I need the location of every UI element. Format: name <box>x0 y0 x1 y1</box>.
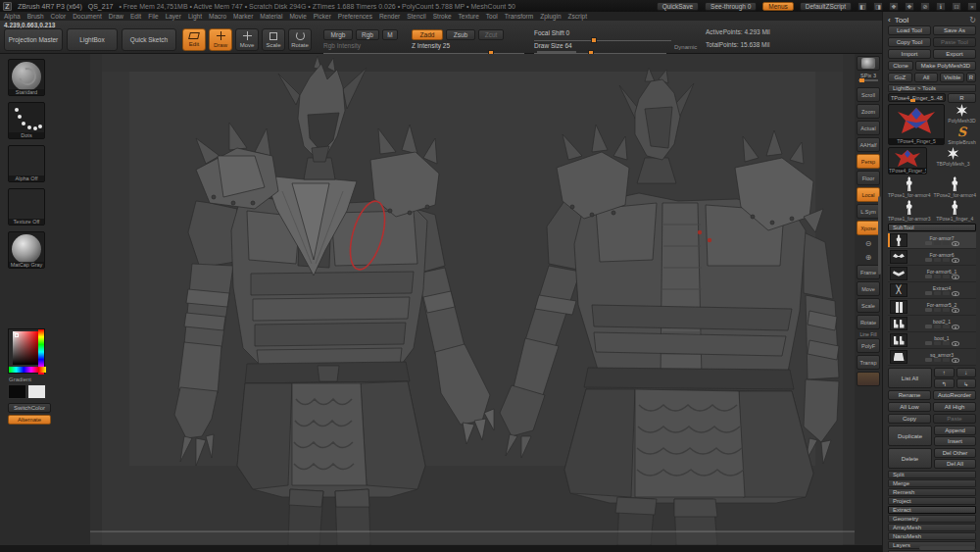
recent-tool-2[interactable]: TPose2_for-armor4 <box>934 176 977 198</box>
dynamic-toggle[interactable]: Dynamic <box>674 44 697 50</box>
section-merge[interactable]: Merge <box>888 479 976 487</box>
menu-draw[interactable]: Draw <box>109 13 123 20</box>
floor-grid-toggle[interactable]: Floor <box>857 171 880 185</box>
make-polymesh3d-button[interactable]: Make PolyMesh3D <box>915 61 976 71</box>
projection-master-button[interactable]: Projection Master <box>4 28 63 51</box>
subtool-down-button[interactable]: ↓ <box>956 368 977 377</box>
paste-subtool-button[interactable]: Paste <box>933 414 976 424</box>
xpose-toggle[interactable]: Xpose <box>857 221 880 235</box>
quicksave-button[interactable]: QuickSave <box>657 2 699 11</box>
zcut-button[interactable]: Zcut <box>478 29 504 40</box>
zoom-out-icon[interactable]: ⊖ <box>857 237 880 249</box>
spix-slider[interactable]: SPix 3 <box>857 73 880 85</box>
draw-mode-button[interactable]: Draw <box>209 28 232 51</box>
menu-brush[interactable]: Brush <box>27 13 44 20</box>
visibility-eye-icon[interactable] <box>952 258 959 263</box>
secondary-color-swatch[interactable] <box>27 384 46 399</box>
menu-macro[interactable]: Macro <box>209 13 226 20</box>
scale-mode-button[interactable]: Scale <box>262 28 285 51</box>
quick-pick-simplebrush[interactable]: S SimpleBrush <box>948 125 976 145</box>
export-button[interactable]: Export <box>933 49 976 59</box>
goz-r-button[interactable]: R <box>966 73 976 82</box>
duplicate-button[interactable]: Duplicate <box>888 426 932 446</box>
subtool-row-for-armor7[interactable]: For-armor7 <box>888 232 976 249</box>
visibility-eye-icon[interactable] <box>952 308 959 313</box>
edit-mode-button[interactable]: Edit <box>182 28 206 51</box>
rgb-button[interactable]: Rgb <box>356 29 379 40</box>
switch-color-button[interactable]: SwitchColor <box>8 403 51 413</box>
draw-size-secondary-slider[interactable] <box>537 51 576 53</box>
mrgb-button[interactable]: Mrgb <box>323 29 353 40</box>
m-button[interactable]: M <box>382 29 398 40</box>
quick-pick-polymesh3d[interactable]: PolyMesh3D <box>948 104 976 124</box>
scale-canvas-button[interactable]: Scale <box>857 298 880 313</box>
visibility-eye-icon[interactable] <box>952 358 959 363</box>
copy-subtool-button[interactable]: Copy <box>888 414 931 424</box>
rename-button[interactable]: Rename <box>888 390 931 400</box>
del-all-button[interactable]: Del All <box>934 459 976 469</box>
menu-picker[interactable]: Picker <box>314 13 331 20</box>
polyframe-button[interactable]: PolyF <box>857 338 880 353</box>
alpha-selector[interactable]: Alpha Off <box>8 145 45 182</box>
menu-stencil[interactable]: Stencil <box>407 13 426 20</box>
section-nanomesh[interactable]: NanoMesh <box>888 532 976 540</box>
menu-file[interactable]: File <box>148 13 158 20</box>
transparency-toggle[interactable]: Transp <box>857 355 880 370</box>
subtool-row-boot-1[interactable]: boot_1 <box>888 332 976 349</box>
document-viewport[interactable] <box>90 54 855 545</box>
horizontal-scrollbar[interactable] <box>919 546 975 550</box>
move-mode-button[interactable]: Move <box>235 28 259 51</box>
goz-all-button[interactable]: All <box>914 73 939 82</box>
menu-stroke[interactable]: Stroke <box>433 13 452 20</box>
goz-visible-button[interactable]: Visible <box>940 73 964 82</box>
load-tool-button[interactable]: Load Tool <box>888 25 931 35</box>
menu-material[interactable]: Material <box>260 13 282 20</box>
info-icon[interactable]: ℹ <box>936 2 946 11</box>
subtool-row-extract4[interactable]: ╳ Extract4 <box>888 282 976 299</box>
append-button[interactable]: Append <box>934 426 976 435</box>
menu-transform[interactable]: Transform <box>505 13 533 20</box>
rotate-mode-button[interactable]: Rotate <box>288 28 312 51</box>
close-window-icon[interactable]: × <box>967 2 977 11</box>
brush-selector[interactable]: Standard <box>8 59 45 96</box>
menu-light[interactable]: Light <box>188 13 202 20</box>
move-canvas-button[interactable]: Move <box>857 281 880 296</box>
recent-tool-4[interactable]: TPose1_finger_4 <box>934 200 977 222</box>
palette-config-icon-2[interactable]: ❖ <box>905 2 914 11</box>
tray-scrollbar[interactable] <box>878 196 881 275</box>
menu-marker[interactable]: Marker <box>233 13 253 20</box>
menu-preferences[interactable]: Preferences <box>338 13 372 20</box>
subtool-row-for-armor5-2[interactable]: For-armor5_2 <box>888 299 976 316</box>
menu-layer[interactable]: Layer <box>166 13 181 20</box>
see-through-slider[interactable]: See-through 0 <box>705 2 757 11</box>
menu-zscript[interactable]: Zscript <box>568 13 588 20</box>
lightbox-button[interactable]: LightBox <box>67 28 118 51</box>
paste-tool-button[interactable]: Paste Tool <box>933 37 976 47</box>
section-arraymesh[interactable]: ArrayMesh <box>888 524 976 531</box>
section-project[interactable]: Project <box>888 497 976 505</box>
left-tray-toggle-icon[interactable]: ◧ <box>858 2 867 11</box>
import-button[interactable]: Import <box>888 49 931 59</box>
secondary-tool-thumbnail[interactable]: TPose4_Finger_5 <box>888 147 927 175</box>
zoom3d-button[interactable]: Zoom <box>857 104 880 119</box>
section-split[interactable]: Split <box>888 471 976 478</box>
material-selector[interactable]: MatCap Gray <box>8 231 45 269</box>
subtool-move-down-button[interactable]: ↳ <box>956 378 977 388</box>
menu-movie[interactable]: Movie <box>289 13 306 20</box>
rotate-canvas-button[interactable]: Rotate <box>857 315 880 329</box>
goz-button[interactable]: GoZ <box>888 73 912 82</box>
quick-sketch-button[interactable]: Quick Sketch <box>122 28 176 51</box>
del-other-button[interactable]: Del Other <box>934 448 976 458</box>
visibility-eye-icon[interactable] <box>952 291 959 296</box>
perspective-toggle[interactable]: Persp <box>857 154 880 169</box>
copy-tool-button[interactable]: Copy Tool <box>888 37 931 47</box>
menus-toggle-button[interactable]: Menus <box>762 2 794 11</box>
section-extract[interactable]: Extract <box>888 506 976 514</box>
bpr-render-button[interactable] <box>857 56 880 71</box>
insert-button[interactable]: Insert <box>934 436 976 446</box>
save-as-button[interactable]: Save As <box>933 25 976 35</box>
actual-size-button[interactable]: Actual <box>857 121 880 135</box>
subtool-row-sq-armor3[interactable]: sq_armor3 <box>888 349 976 366</box>
recent-tool-1[interactable]: TPose1_for-armor4 <box>888 176 931 198</box>
all-low-button[interactable]: All Low <box>888 402 931 412</box>
